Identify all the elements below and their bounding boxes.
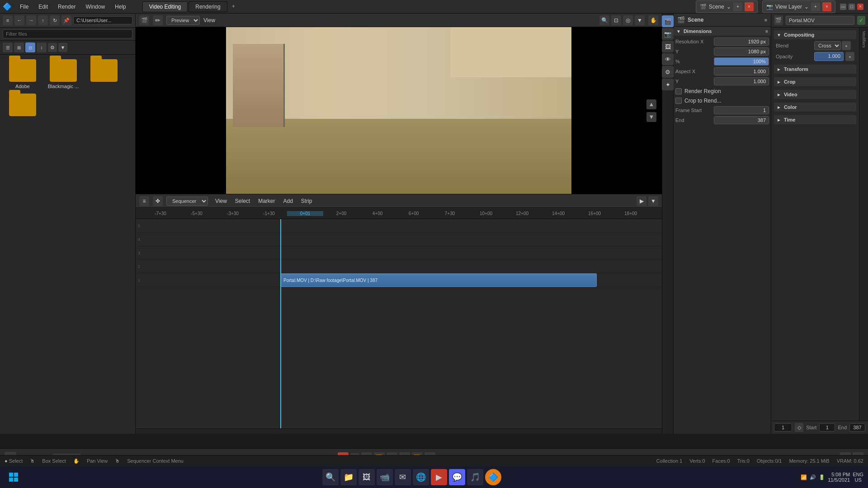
reload-button[interactable]: ↻ [50, 15, 60, 25]
video-strip[interactable]: Portal.MOV | D:\Raw footage\Portal.MOV |… [280, 273, 597, 287]
menu-render[interactable]: Render [53, 2, 80, 12]
playhead[interactable] [280, 219, 281, 428]
filter-button[interactable]: ⚙ [48, 43, 57, 52]
start-frame-input[interactable] [819, 423, 835, 432]
taskbar-browser[interactable]: 🌐 [413, 469, 429, 485]
menu-edit[interactable]: Edit [34, 2, 52, 12]
taskbar-youtube[interactable]: ▶ [431, 469, 447, 485]
taskbar-mail[interactable]: ✉ [395, 469, 411, 485]
taskbar-search[interactable]: 🔍 [322, 469, 339, 485]
scene-selector[interactable]: 🎬 Scene ⌄ + × [696, 0, 758, 13]
seq-preview-button[interactable]: ▶ [637, 196, 646, 206]
folder-blackmagic[interactable]: Blackmagic ... [45, 59, 81, 89]
render-props-icon[interactable]: 📷 [662, 28, 674, 40]
path-input[interactable]: C:\Users\User... [73, 16, 132, 24]
seq-tool-icon[interactable]: ✤ [153, 196, 163, 206]
forward-button[interactable]: → [26, 15, 36, 25]
tab-rendering[interactable]: Rendering [189, 1, 227, 12]
scene-add-icon[interactable]: + [733, 2, 742, 11]
resolution-pct-value[interactable]: 100% [714, 57, 769, 66]
nav-down-button[interactable]: ▼ [646, 112, 656, 122]
navigation-icon[interactable]: ✋ [648, 15, 658, 25]
end-frame-input[interactable] [849, 423, 865, 432]
opacity-dot-button[interactable]: ● [845, 52, 854, 61]
add-workspace-button[interactable]: + [228, 1, 239, 12]
time-header[interactable]: ► Time [774, 115, 856, 124]
blend-select[interactable]: Cross [814, 41, 841, 50]
maximize-button[interactable]: □ [849, 4, 855, 10]
blend-dot-button[interactable]: ● [842, 41, 851, 50]
scene-remove-icon[interactable]: × [745, 2, 754, 11]
opacity-value[interactable]: 1.000 [814, 52, 844, 61]
start-button[interactable] [5, 468, 23, 486]
strip-check-icon[interactable]: ✓ [857, 16, 865, 25]
list-view-button[interactable]: ☰ [3, 42, 13, 52]
particles-props-icon[interactable]: ✦ [662, 79, 674, 90]
seq-menu-strip[interactable]: Strip [297, 197, 316, 206]
overlay-button[interactable]: ◎ [623, 15, 633, 25]
current-frame-input[interactable] [774, 423, 792, 432]
up-button[interactable]: ↑ [38, 15, 48, 25]
strip-name-input[interactable] [786, 16, 854, 25]
taskbar-files[interactable]: 📁 [340, 469, 357, 485]
dimensions-menu-icon[interactable]: ≡ [765, 29, 768, 34]
scene-props-icon[interactable]: 🎬 [662, 15, 674, 27]
taskbar-meet[interactable]: 📹 [377, 469, 393, 485]
seq-mode-icon[interactable]: ≡ [139, 196, 149, 206]
frame-start-value[interactable]: 1 [714, 106, 769, 114]
timeline-content[interactable]: 5 4 3 2 1 [136, 219, 662, 428]
seq-menu-add[interactable]: Add [280, 197, 297, 206]
frame-end-value[interactable]: 387 [714, 116, 769, 124]
view-layer-remove-icon[interactable]: × [822, 2, 831, 11]
resolution-x-value[interactable]: 1920 px [714, 38, 769, 46]
object-props-icon[interactable]: ⚙ [662, 66, 674, 78]
nav-up-button[interactable]: ▲ [646, 99, 656, 109]
aspect-x-value[interactable]: 1.000 [714, 67, 769, 75]
taskbar-music[interactable]: 🎵 [467, 469, 483, 485]
zoom-button[interactable]: 🔍 [599, 15, 609, 25]
crop-to-render-checkbox[interactable] [675, 98, 682, 104]
render-region-checkbox[interactable] [675, 88, 682, 94]
video-header[interactable]: ► Video [774, 90, 856, 99]
sequencer-dropdown[interactable]: Sequencer [166, 197, 208, 206]
display-options-button[interactable]: ▼ [58, 43, 67, 52]
back-button[interactable]: ← [14, 15, 24, 25]
menu-file[interactable]: File [15, 2, 33, 12]
minimize-button[interactable]: — [840, 4, 846, 10]
close-button[interactable]: × [857, 4, 863, 10]
aspect-y-value[interactable]: 1.000 [714, 77, 769, 85]
keyframe-button[interactable]: ◇ [795, 423, 803, 432]
preview-options-button[interactable]: ▼ [635, 15, 645, 25]
preview-mode-icon[interactable]: 🎬 [139, 15, 149, 25]
view-props-icon[interactable]: 👁 [662, 53, 674, 65]
workspace-mode-icon[interactable]: ≡ [3, 15, 13, 25]
dimensions-header[interactable]: ▼ Dimensions ≡ [674, 27, 771, 36]
preview-mode-select[interactable]: Preview [166, 16, 200, 25]
view-layer-add-icon[interactable]: + [811, 2, 820, 11]
sort-button[interactable]: ↕ [37, 42, 47, 52]
seq-menu-view[interactable]: View [212, 197, 231, 206]
seq-menu-marker[interactable]: Marker [255, 197, 278, 206]
mark-0+01[interactable]: 0+01 [287, 211, 323, 216]
seq-menu-select[interactable]: Select [231, 197, 254, 206]
output-props-icon[interactable]: 🖼 [662, 41, 674, 52]
modifiers-tab[interactable]: Modifiers [861, 29, 867, 50]
menu-window[interactable]: Window [81, 2, 109, 12]
taskbar-discord[interactable]: 💬 [449, 469, 465, 485]
tab-video-editing[interactable]: Video Editing [142, 1, 188, 12]
preview-pencil-icon[interactable]: ✏ [153, 15, 163, 25]
view-layer-selector[interactable]: 📷 View Layer ⌄ + × [762, 0, 835, 13]
search-input[interactable] [3, 29, 132, 38]
resolution-y-value[interactable]: 1080 px [714, 47, 769, 56]
taskbar-blender[interactable]: 🔷 [485, 469, 501, 485]
color-header[interactable]: ► Color [774, 103, 856, 112]
transform-header[interactable]: ► Transform [774, 65, 856, 74]
folder-4[interactable] [5, 94, 41, 118]
properties-menu-icon[interactable]: ≡ [764, 18, 767, 23]
grid-view-button[interactable]: ⊞ [14, 42, 24, 52]
fit-view-button[interactable]: ⊡ [611, 15, 621, 25]
folder-adobe[interactable]: Adobe [5, 59, 41, 89]
bookmark-button[interactable]: 📌 [61, 15, 71, 25]
seq-options-button[interactable]: ▼ [648, 196, 658, 206]
folder-3[interactable] [86, 59, 122, 89]
